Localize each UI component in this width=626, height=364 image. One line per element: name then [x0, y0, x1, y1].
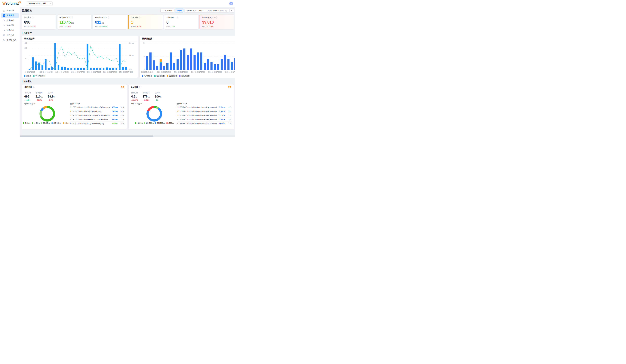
date-end[interactable]: 2026-03-05 17:42:57: [207, 9, 224, 11]
donut-legend-item-20-50ms[interactable]: 20-50ms: [32, 122, 40, 124]
stat-card-delta: ↑ 100%: [136, 26, 141, 27]
stat-card-delta-label: 较昨日: [24, 26, 29, 27]
rank-badge: 4: [70, 118, 73, 121]
stat-card-总错误数: 总错误数?1↑较昨日↑ 100%: [128, 14, 163, 29]
sidebar-item-应用概览[interactable]: 应用概览: [1, 13, 19, 18]
sidebar-item-链路追踪[interactable]: 链路追踪: [0, 23, 20, 28]
donut-legend-item->500ms[interactable]: >500ms: [166, 122, 174, 124]
legend-item-接口错误数[interactable]: 接口错误数: [154, 75, 165, 77]
sidebar-item-全局拓扑[interactable]: 全局拓扑: [0, 18, 20, 23]
top5-item-duration: 514ms: [217, 110, 225, 112]
top5-row-5[interactable]: 5POST /wfEvent/getLogCountInfoByDay129ms…: [70, 121, 124, 125]
chevron-down-icon[interactable]: ∨: [214, 17, 215, 18]
app-select[interactable]: Pro-Webfunny云服版... ∨: [27, 1, 52, 6]
top5-row-3[interactable]: 3POST /wfMonitor/projectSimpleListByWebm…: [70, 114, 124, 118]
donut-legend-item-0-20ms[interactable]: 0-20ms: [23, 122, 30, 124]
legend-item-其他错误数[interactable]: 其他错误数: [179, 75, 190, 77]
stat-card-value: 811: [95, 20, 101, 25]
legend-swatch: [24, 75, 25, 77]
rank-badge: 2: [70, 110, 73, 112]
top5-row-4[interactable]: 4SELECT count(distinct customerKey) as c…: [177, 118, 232, 121]
top5-row-1[interactable]: 1SELECT count(distinct customerKey) as c…: [177, 105, 232, 109]
help-icon[interactable]: ?: [139, 16, 141, 18]
help-icon[interactable]: ?: [32, 16, 34, 18]
legend-swatch: [33, 75, 35, 77]
donut-legend-item-0-100ms[interactable]: 0-100ms: [135, 122, 143, 124]
sidebar-item-接口分析[interactable]: HTTP接口分析: [0, 33, 20, 38]
view-sql-link[interactable]: 查看: [228, 86, 232, 88]
stat-card-总请求量: 总请求量?698较昨日↑ 22.67%: [22, 14, 56, 29]
time-range-button[interactable]: 30分钟: [175, 8, 184, 12]
rank-badge: 3: [177, 114, 180, 117]
interface-performance-card: 接口性能 ? 查看 请求总量698↓ 61.2%平均耗时110ms↑ 50.1%…: [22, 84, 127, 129]
top5-row-2[interactable]: 2POST /wfMonitor/checkAlarmResult376ms30…: [70, 109, 124, 114]
stat-card-delta-label: 较昨日: [202, 26, 207, 27]
legend-swatch: [144, 122, 145, 124]
view-interface-link[interactable]: 查看: [121, 86, 124, 88]
perf-stat-请求总量: 请求总量698↓ 61.2%: [24, 92, 31, 101]
stat-card-label: 总请求量: [24, 16, 31, 19]
slow-sql-top5-list: 1SELECT count(distinct customerKey) as c…: [177, 105, 232, 125]
svg-text:2026-03-05 17:32:00: 2026-03-05 17:32:00: [208, 71, 222, 73]
sql-stats: 查询总量4.5w↑ 22.67%平均耗时378ms↑ 11.21%成功率100%…: [129, 90, 234, 101]
rank-badge: 1: [70, 106, 73, 108]
refresh-button[interactable]: [230, 8, 234, 12]
stat-card-unit: ms: [71, 22, 74, 24]
sidebar-item-错误分析[interactable]: 错误分析: [0, 28, 20, 33]
legend-item-请求量[interactable]: 请求量: [24, 75, 31, 77]
chevron-down-icon[interactable]: ∨: [106, 17, 107, 18]
arrow-right-icon: →: [205, 10, 206, 11]
legend-item-平均响应时间[interactable]: 平均响应时间: [33, 75, 45, 77]
top5-row-2[interactable]: 2SELECT count(distinct customerKey) as c…: [177, 109, 232, 114]
legend-item-代码错误数[interactable]: 代码错误数: [142, 75, 152, 77]
avatar[interactable]: 东: [229, 2, 233, 5]
donut-legend-item-100-200ms[interactable]: 100-200ms: [144, 122, 154, 124]
help-icon[interactable]: ?: [33, 86, 35, 88]
help-icon[interactable]: ?: [176, 16, 178, 18]
sidebar-item-label: 错误分析: [7, 29, 14, 32]
sidebar-item-慢SQL分析[interactable]: SQL慢SQL分析: [0, 38, 20, 43]
interface-performance-header: 接口性能 ? 查看: [22, 84, 127, 90]
help-icon[interactable]: ?: [139, 86, 141, 88]
stat-card-label: 平均响应时间: [60, 16, 70, 19]
stat-card-delta: ↑ 1.76%: [207, 26, 213, 27]
sidebar-item-应用列表[interactable]: 应用列表: [0, 8, 20, 13]
stat-card-value: 698: [24, 20, 30, 25]
date-start[interactable]: 2026-03-05 17:12:57: [187, 9, 203, 11]
slow-interface-top5-title: 慢接口 Top5: [70, 102, 124, 105]
svg-text:10: 10: [143, 55, 145, 57]
rank-badge: 5: [70, 122, 73, 125]
topbar: Webfunny Pro-Webfunny云服版... ∨ 东: [0, 0, 235, 7]
donut-legend-item-200-500ms[interactable]: 200-500ms: [155, 122, 165, 124]
svg-text:0 ms: 0 ms: [129, 69, 132, 70]
top5-item-text: SELECT count(distinct customerKey) as co…: [180, 114, 217, 117]
donut-legend-item-50-100ms[interactable]: 50-100ms: [41, 122, 50, 124]
legend-swatch: [154, 75, 156, 77]
request-trend-title: 请求量趋势: [22, 36, 138, 41]
section-accent-bar: [22, 32, 22, 34]
top5-row-1[interactable]: 1GET /wfCenter/getTotalFlowCountByCompan…: [70, 105, 124, 109]
top5-row-4[interactable]: 4POST /wfMonitor/searchCustomerBehaviors…: [70, 118, 124, 121]
legend-item-SQL错误数[interactable]: SQL错误数: [167, 75, 177, 77]
chevron-down-icon[interactable]: ∨: [174, 17, 175, 18]
stat-card-label: P99响应时间: [95, 16, 105, 19]
help-icon[interactable]: ?: [71, 16, 73, 18]
legend-swatch: [166, 122, 168, 124]
perf-stat-平均耗时: 平均耗时378ms↑ 11.21%: [143, 92, 150, 101]
top5-row-3[interactable]: 3SELECT count(distinct customerKey) as c…: [177, 114, 232, 118]
help-icon[interactable]: ?: [215, 16, 217, 18]
donut-legend-item-100-500ms[interactable]: 100-500ms: [51, 122, 61, 124]
svg-text:2026-03-05 17:17:00: 2026-03-05 17:17:00: [157, 71, 171, 73]
stat-card-value: 110.45: [60, 20, 71, 25]
date-range-picker[interactable]: 2026-03-05 17:12:57 → 2026-03-05 17:42:5…: [185, 8, 229, 12]
top5-row-5[interactable]: 5SELECT count(distinct customerKey) as c…: [177, 121, 232, 125]
help-icon[interactable]: ?: [108, 16, 110, 18]
svg-text:HTTP: HTTP: [3, 35, 5, 36]
calendar-icon[interactable]: [225, 10, 227, 11]
svg-text:2026-03-05 17:22:00: 2026-03-05 17:22:00: [55, 71, 69, 73]
stat-card-label: 200ms慢SQL: [202, 16, 213, 19]
main-content: 应用概览 应用拓扑 30分钟 2026-03-05 17:12:57 → 202…: [20, 7, 235, 137]
scrollbar-thumb[interactable]: [20, 135, 154, 137]
top5-item-text: SELECT count(distinct customerKey) as co…: [180, 118, 217, 121]
topology-button[interactable]: 应用拓扑: [160, 8, 174, 12]
